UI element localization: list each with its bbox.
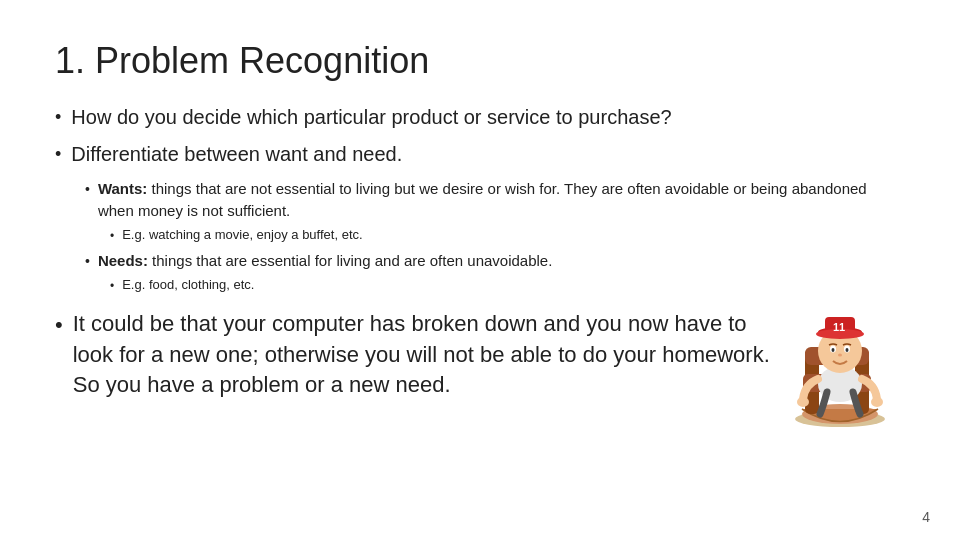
bottom-bullet: • It could be that your computer has bro… [55,309,775,401]
needs-label: Needs: [98,252,148,269]
slide-title: 1. Problem Recognition [55,40,905,82]
bottom-text-wrap: • It could be that your computer has bro… [55,309,775,411]
wants-label: Wants: [98,180,147,197]
wants-detail: things that are not essential to living … [98,180,867,219]
cartoon-image: 11 [775,309,905,429]
bottom-bullet-text: It could be that your computer has broke… [73,309,775,401]
bottom-section: • It could be that your computer has bro… [55,309,905,429]
page-number: 4 [922,509,930,525]
wants-eg-text: E.g. watching a movie, enjoy a buffet, e… [122,226,362,244]
svg-point-15 [846,348,849,352]
bullet-1-dot: • [55,105,61,130]
needs-dot: • [85,252,90,272]
bottom-bullet-dot: • [55,310,63,341]
bullet-1-text: How do you decide which particular produ… [71,104,671,131]
svg-point-16 [838,353,842,356]
bullet-2-dot: • [55,142,61,167]
svg-point-14 [832,348,835,352]
wants-dot: • [85,180,90,200]
slide-content: • How do you decide which particular pro… [55,104,905,429]
needs-eg-text: E.g. food, clothing, etc. [122,276,254,294]
svg-point-17 [797,397,809,407]
needs-eg-bullet: • E.g. food, clothing, etc. [110,276,905,295]
svg-point-18 [871,397,883,407]
needs-eg-dot: • [110,278,114,295]
bullet-1: • How do you decide which particular pro… [55,104,905,131]
bullet-2: • Differentiate between want and need. [55,141,905,168]
needs-bullet: • Needs: things that are essential for l… [85,250,905,272]
sub-section: • Wants: things that are not essential t… [85,178,905,295]
svg-text:11: 11 [833,321,845,333]
wants-eg-dot: • [110,228,114,245]
needs-detail: things that are essential for living and… [148,252,552,269]
needs-text: Needs: things that are essential for liv… [98,250,552,272]
bullet-2-text: Differentiate between want and need. [71,141,402,168]
wants-eg-bullet: • E.g. watching a movie, enjoy a buffet,… [110,226,905,245]
wants-bullet: • Wants: things that are not essential t… [85,178,905,222]
wants-text: Wants: things that are not essential to … [98,178,905,222]
slide: 1. Problem Recognition • How do you deci… [0,0,960,540]
